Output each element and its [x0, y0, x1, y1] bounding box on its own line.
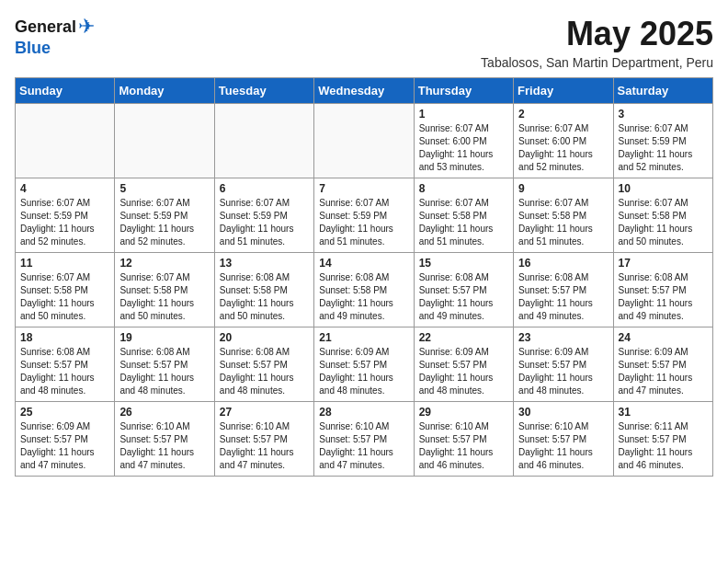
day-info: Sunrise: 6:09 AM Sunset: 5:57 PM Dayligh… — [20, 420, 109, 472]
day-info: Sunrise: 6:11 AM Sunset: 5:57 PM Dayligh… — [619, 420, 708, 472]
day-info: Sunrise: 6:10 AM Sunset: 5:57 PM Dayligh… — [518, 420, 608, 472]
day-cell: 19Sunrise: 6:08 AM Sunset: 5:57 PM Dayli… — [115, 327, 214, 402]
day-info: Sunrise: 6:10 AM Sunset: 5:57 PM Dayligh… — [220, 420, 309, 472]
day-cell: 21Sunrise: 6:09 AM Sunset: 5:57 PM Dayli… — [314, 327, 414, 402]
day-cell: 27Sunrise: 6:10 AM Sunset: 5:57 PM Dayli… — [214, 402, 313, 477]
week-row-2: 4Sunrise: 6:07 AM Sunset: 5:59 PM Daylig… — [16, 178, 713, 253]
day-number: 29 — [419, 406, 508, 419]
day-cell: 23Sunrise: 6:09 AM Sunset: 5:57 PM Dayli… — [514, 327, 613, 402]
day-info: Sunrise: 6:09 AM Sunset: 5:57 PM Dayligh… — [319, 346, 408, 397]
day-cell: 4Sunrise: 6:07 AM Sunset: 5:59 PM Daylig… — [16, 178, 115, 253]
day-info: Sunrise: 6:09 AM Sunset: 5:57 PM Dayligh… — [419, 346, 508, 397]
weekday-header-thursday: Thursday — [414, 78, 513, 104]
day-number: 2 — [518, 108, 608, 121]
day-cell: 14Sunrise: 6:08 AM Sunset: 5:58 PM Dayli… — [314, 253, 414, 327]
day-number: 25 — [20, 406, 109, 419]
day-number: 17 — [619, 257, 708, 270]
day-cell: 18Sunrise: 6:08 AM Sunset: 5:57 PM Dayli… — [16, 327, 115, 402]
day-info: Sunrise: 6:08 AM Sunset: 5:57 PM Dayligh… — [619, 271, 708, 323]
day-number: 8 — [419, 182, 508, 195]
day-number: 4 — [20, 182, 109, 195]
day-cell: 1Sunrise: 6:07 AM Sunset: 6:00 PM Daylig… — [414, 104, 513, 178]
day-number: 12 — [119, 257, 209, 270]
day-cell: 6Sunrise: 6:07 AM Sunset: 5:59 PM Daylig… — [214, 178, 313, 253]
location-subtitle: Tabalosos, San Martin Department, Peru — [481, 55, 713, 70]
weekday-header-row: SundayMondayTuesdayWednesdayThursdayFrid… — [16, 78, 713, 104]
logo-general: General — [15, 17, 76, 37]
day-cell: 12Sunrise: 6:07 AM Sunset: 5:58 PM Dayli… — [115, 253, 214, 327]
day-number: 23 — [518, 331, 608, 344]
weekday-header-friday: Friday — [514, 78, 613, 104]
day-number: 7 — [319, 182, 408, 195]
day-info: Sunrise: 6:07 AM Sunset: 5:59 PM Dayligh… — [20, 197, 109, 248]
day-cell: 8Sunrise: 6:07 AM Sunset: 5:58 PM Daylig… — [414, 178, 513, 253]
page-header: General ✈ Blue May 2025 Tabalosos, San M… — [15, 15, 713, 70]
day-cell: 15Sunrise: 6:08 AM Sunset: 5:57 PM Dayli… — [414, 253, 513, 327]
day-number: 10 — [619, 182, 708, 195]
day-cell: 30Sunrise: 6:10 AM Sunset: 5:57 PM Dayli… — [514, 402, 613, 477]
day-number: 3 — [619, 108, 708, 121]
day-number: 6 — [220, 182, 309, 195]
week-row-4: 18Sunrise: 6:08 AM Sunset: 5:57 PM Dayli… — [16, 327, 713, 402]
day-cell: 7Sunrise: 6:07 AM Sunset: 5:59 PM Daylig… — [314, 178, 414, 253]
day-number: 20 — [220, 331, 309, 344]
day-info: Sunrise: 6:09 AM Sunset: 5:57 PM Dayligh… — [518, 346, 608, 397]
day-cell: 20Sunrise: 6:08 AM Sunset: 5:57 PM Dayli… — [214, 327, 313, 402]
day-info: Sunrise: 6:08 AM Sunset: 5:57 PM Dayligh… — [20, 346, 109, 397]
day-cell: 5Sunrise: 6:07 AM Sunset: 5:59 PM Daylig… — [115, 178, 214, 253]
day-info: Sunrise: 6:08 AM Sunset: 5:58 PM Dayligh… — [220, 271, 309, 323]
day-cell: 31Sunrise: 6:11 AM Sunset: 5:57 PM Dayli… — [613, 402, 712, 477]
day-cell: 13Sunrise: 6:08 AM Sunset: 5:58 PM Dayli… — [214, 253, 313, 327]
day-number: 14 — [319, 257, 408, 270]
day-number: 5 — [119, 182, 209, 195]
day-info: Sunrise: 6:08 AM Sunset: 5:57 PM Dayligh… — [419, 271, 508, 323]
day-info: Sunrise: 6:07 AM Sunset: 5:59 PM Dayligh… — [319, 197, 408, 248]
day-number: 24 — [619, 331, 708, 344]
day-number: 13 — [220, 257, 309, 270]
day-number: 26 — [119, 406, 209, 419]
day-info: Sunrise: 6:07 AM Sunset: 6:00 PM Dayligh… — [518, 122, 608, 174]
day-cell: 10Sunrise: 6:07 AM Sunset: 5:58 PM Dayli… — [613, 178, 712, 253]
day-number: 28 — [319, 406, 408, 419]
title-block: May 2025 Tabalosos, San Martin Departmen… — [481, 15, 713, 70]
week-row-5: 25Sunrise: 6:09 AM Sunset: 5:57 PM Dayli… — [16, 402, 713, 477]
day-info: Sunrise: 6:07 AM Sunset: 5:59 PM Dayligh… — [220, 197, 309, 248]
day-cell: 11Sunrise: 6:07 AM Sunset: 5:58 PM Dayli… — [16, 253, 115, 327]
day-cell: 16Sunrise: 6:08 AM Sunset: 5:57 PM Dayli… — [514, 253, 613, 327]
day-number: 30 — [518, 406, 608, 419]
day-cell — [115, 104, 214, 178]
day-info: Sunrise: 6:10 AM Sunset: 5:57 PM Dayligh… — [119, 420, 209, 472]
logo-blue: Blue — [15, 39, 51, 58]
day-number: 31 — [619, 406, 708, 419]
day-info: Sunrise: 6:09 AM Sunset: 5:57 PM Dayligh… — [619, 346, 708, 397]
day-info: Sunrise: 6:08 AM Sunset: 5:57 PM Dayligh… — [119, 346, 209, 397]
weekday-header-sunday: Sunday — [16, 78, 115, 104]
day-info: Sunrise: 6:07 AM Sunset: 5:58 PM Dayligh… — [20, 271, 109, 323]
weekday-header-saturday: Saturday — [613, 78, 712, 104]
calendar-table: SundayMondayTuesdayWednesdayThursdayFrid… — [15, 77, 713, 477]
day-cell — [16, 104, 115, 178]
day-info: Sunrise: 6:07 AM Sunset: 5:59 PM Dayligh… — [119, 197, 209, 248]
day-cell: 3Sunrise: 6:07 AM Sunset: 5:59 PM Daylig… — [613, 104, 712, 178]
week-row-3: 11Sunrise: 6:07 AM Sunset: 5:58 PM Dayli… — [16, 253, 713, 327]
day-info: Sunrise: 6:07 AM Sunset: 5:59 PM Dayligh… — [619, 122, 708, 174]
week-row-1: 1Sunrise: 6:07 AM Sunset: 6:00 PM Daylig… — [16, 104, 713, 178]
day-cell: 26Sunrise: 6:10 AM Sunset: 5:57 PM Dayli… — [115, 402, 214, 477]
weekday-header-monday: Monday — [115, 78, 214, 104]
day-info: Sunrise: 6:08 AM Sunset: 5:57 PM Dayligh… — [220, 346, 309, 397]
day-info: Sunrise: 6:10 AM Sunset: 5:57 PM Dayligh… — [419, 420, 508, 472]
day-number: 1 — [419, 108, 508, 121]
day-info: Sunrise: 6:07 AM Sunset: 5:58 PM Dayligh… — [119, 271, 209, 323]
day-number: 18 — [20, 331, 109, 344]
day-cell: 24Sunrise: 6:09 AM Sunset: 5:57 PM Dayli… — [613, 327, 712, 402]
day-number: 22 — [419, 331, 508, 344]
day-cell — [314, 104, 414, 178]
day-number: 27 — [220, 406, 309, 419]
day-info: Sunrise: 6:07 AM Sunset: 5:58 PM Dayligh… — [419, 197, 508, 248]
day-cell: 25Sunrise: 6:09 AM Sunset: 5:57 PM Dayli… — [16, 402, 115, 477]
day-cell: 17Sunrise: 6:08 AM Sunset: 5:57 PM Dayli… — [613, 253, 712, 327]
logo-bird-icon: ✈ — [78, 15, 95, 39]
day-info: Sunrise: 6:07 AM Sunset: 5:58 PM Dayligh… — [619, 197, 708, 248]
weekday-header-wednesday: Wednesday — [314, 78, 414, 104]
day-number: 21 — [319, 331, 408, 344]
